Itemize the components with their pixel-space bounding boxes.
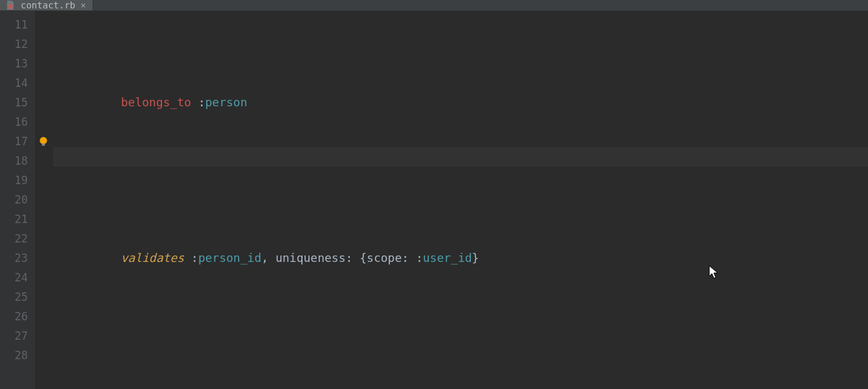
line-number[interactable]: 18: [0, 151, 28, 171]
keyword-validates: validates: [121, 251, 185, 265]
editor-root: contact.rb × 111213141516171819202122232…: [0, 0, 868, 389]
line-number[interactable]: 27: [0, 326, 28, 346]
code-line[interactable]: belongs_to :person: [65, 93, 868, 112]
code-line[interactable]: validates :person_id, uniqueness: {scope…: [65, 248, 868, 268]
code-area[interactable]: belongs_to :person validates :person_id,…: [53, 11, 868, 389]
line-number[interactable]: 11: [0, 15, 28, 34]
line-number[interactable]: 15: [0, 93, 28, 112]
code-line[interactable]: [65, 171, 868, 190]
tab-filename: contact.rb: [21, 0, 75, 10]
code-line[interactable]: [65, 326, 868, 346]
line-number[interactable]: 12: [0, 34, 28, 54]
line-number[interactable]: 28: [0, 346, 28, 365]
keyword-belongs_to: belongs_to: [121, 95, 191, 109]
line-number-gutter[interactable]: 111213141516171819202122232425262728: [0, 11, 35, 389]
line-number[interactable]: 17: [0, 132, 28, 151]
intention-bulb-icon[interactable]: [38, 136, 49, 147]
line-number[interactable]: 16: [0, 112, 28, 132]
line-number[interactable]: 25: [0, 287, 28, 307]
line-number[interactable]: 24: [0, 268, 28, 287]
file-tab[interactable]: contact.rb ×: [0, 0, 93, 10]
line-number[interactable]: 13: [0, 54, 28, 73]
tab-bar: contact.rb ×: [0, 0, 868, 11]
line-number[interactable]: 14: [0, 73, 28, 93]
line-number[interactable]: 21: [0, 209, 28, 229]
ruby-file-icon: [5, 0, 16, 10]
line-number[interactable]: 23: [0, 248, 28, 268]
svg-rect-1: [42, 143, 45, 145]
line-number[interactable]: 20: [0, 190, 28, 209]
line-number[interactable]: 22: [0, 229, 28, 248]
editor-body: 111213141516171819202122232425262728 bel…: [0, 11, 868, 389]
close-icon[interactable]: ×: [80, 0, 86, 10]
svg-point-0: [40, 137, 47, 144]
annotation-gutter: [35, 11, 53, 389]
mouse-cursor-icon: [709, 265, 720, 279]
line-number[interactable]: 26: [0, 307, 28, 326]
line-number[interactable]: 19: [0, 171, 28, 190]
